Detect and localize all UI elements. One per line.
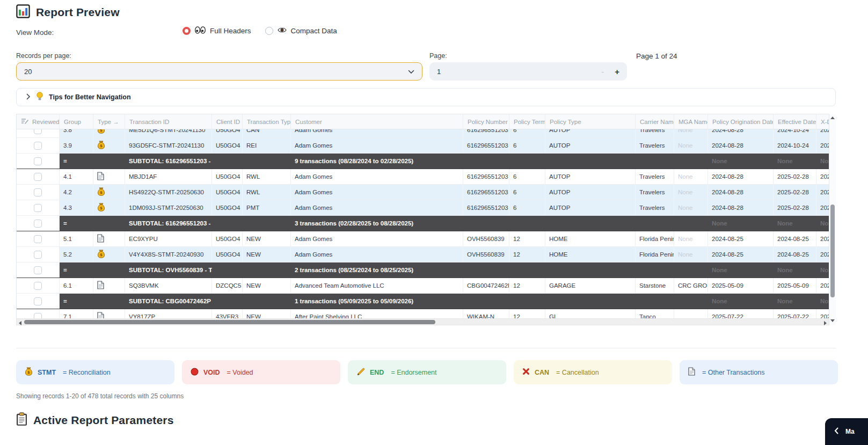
column-header-label: MGA Name: [679, 119, 708, 125]
cell-transaction-id: V4Y4X8S-STMT-20240930: [125, 247, 212, 262]
cell-customer: Adam Gomes: [291, 138, 463, 153]
column-header-transaction-id[interactable]: Transaction ID: [125, 114, 212, 129]
cell-carrier-name: Travelers: [636, 200, 674, 215]
reviewed-cell: [17, 278, 60, 293]
cell-transaction-id: 93GD5FC-STMT-20241130: [125, 138, 212, 153]
cell-customer: Adam Gomes: [291, 169, 463, 184]
column-header-client-id[interactable]: Client ID: [212, 114, 243, 129]
legend-code: STMT: [38, 369, 56, 376]
view-mode-full-headers-label: Full Headers: [210, 27, 251, 35]
scroll-down-icon[interactable]: [830, 319, 835, 322]
increment-button[interactable]: +: [615, 67, 619, 76]
horizontal-scrollbar[interactable]: [16, 318, 829, 325]
subtotal-cell-x-date: None: [816, 294, 829, 309]
cell-x-date: 202: [816, 169, 829, 184]
row-checkbox[interactable]: [34, 220, 42, 228]
column-header-mga-name[interactable]: MGA Name: [674, 114, 708, 129]
cell-mga-name: None: [674, 200, 708, 215]
row-checkbox[interactable]: [34, 142, 42, 150]
chevron-right-icon[interactable]: [26, 92, 31, 102]
cell-client-id: U50GO4: [212, 231, 243, 246]
row-checkbox[interactable]: [34, 266, 42, 274]
cell-customer: Adam Gomes: [291, 200, 463, 215]
subtotal-row: =SUBTOTAL: CBG00472462P - Term1 transact…: [17, 294, 829, 309]
document-icon: [97, 281, 104, 290]
cell-x-date: 202: [816, 138, 829, 153]
subtotal-cell-mga: [674, 262, 708, 278]
column-header-group[interactable]: Group: [60, 114, 93, 129]
scroll-left-icon[interactable]: [19, 321, 21, 325]
radio-unselected-icon[interactable]: [265, 27, 273, 35]
column-header-transaction-type[interactable]: Transaction Type: [243, 114, 291, 129]
subtotal-cell-policy-type: [545, 154, 636, 169]
column-header-label: Client ID: [216, 119, 240, 125]
cell-policy-type: AUTOP: [545, 200, 636, 215]
page-stepper: - +: [601, 67, 619, 76]
scroll-up-icon[interactable]: [830, 116, 835, 119]
legend-item-can: CAN= Cancellation: [514, 360, 672, 384]
scroll-right-icon[interactable]: [824, 321, 827, 325]
row-checkbox[interactable]: [34, 188, 42, 196]
cell-policy-number: 616296551203: [463, 200, 509, 215]
cell-mga-name: CRC GROUP: [674, 278, 708, 293]
table-row: 4.3$1DM093J-STMT-20250630U50GO4PMTAdam G…: [17, 200, 829, 216]
column-header-effective-date[interactable]: Effective Date: [774, 114, 816, 129]
horizontal-scrollbar-thumb[interactable]: [24, 320, 435, 324]
document-icon: [97, 234, 104, 244]
cell-type-icon: $: [93, 185, 125, 200]
column-header-policy-type[interactable]: Policy Type: [545, 114, 636, 129]
cell-policy-term: 6: [509, 138, 545, 153]
column-header-type[interactable]: Type →: [93, 114, 125, 129]
column-header-reviewed[interactable]: Reviewed: [17, 114, 60, 129]
tips-expander[interactable]: Tips for Better Navigation: [16, 88, 836, 106]
row-checkbox[interactable]: [34, 235, 42, 243]
row-checkbox[interactable]: [34, 204, 42, 212]
row-checkbox[interactable]: [34, 282, 42, 290]
page-number-value: 1: [437, 68, 441, 76]
cell-type-icon: $: [93, 138, 125, 153]
cell-policy-origination-date: 2024-08-28: [708, 129, 774, 137]
x-mark-icon: [522, 368, 530, 377]
collapse-panel-button[interactable]: Ma: [825, 418, 868, 445]
page-number-input[interactable]: 1 - +: [429, 62, 627, 81]
column-header-x-date[interactable]: X-Date: [816, 114, 829, 129]
subtotal-cell-group: =: [60, 154, 93, 169]
cell-transaction-id: MBJD1AF: [125, 169, 212, 184]
cell-x-date: 202: [816, 185, 829, 200]
view-mode-compact-data[interactable]: Compact Data: [265, 27, 337, 35]
checklist-icon: [21, 118, 29, 126]
subtotal-cell-subtotal-count: 3 transactions (02/28/2025 to 08/28/2025…: [291, 216, 463, 231]
cell-transaction-type: NEW: [243, 278, 291, 293]
subtotal-cell-transaction-type: [243, 216, 291, 231]
cell-policy-type: AUTOP: [545, 185, 636, 200]
cell-policy-origination-date: 2024-08-28: [708, 200, 774, 215]
row-checkbox[interactable]: [34, 173, 42, 181]
subtotal-row: =SUBTOTAL: OVH5560839 - Term2 transactio…: [17, 262, 829, 278]
moneybag-icon: $: [97, 141, 105, 150]
column-header-carrier-name[interactable]: Carrier Name: [636, 114, 674, 129]
subtotal-cell-subtotal-label: SUBTOTAL: CBG00472462P - Term: [125, 294, 212, 309]
cell-x-date: 202: [816, 200, 829, 215]
row-checkbox[interactable]: [34, 251, 42, 259]
page-title: Report Preview: [36, 6, 120, 19]
legend-item-other: = Other Transactions: [680, 360, 838, 384]
row-checkbox[interactable]: [34, 157, 42, 165]
column-header-customer[interactable]: Customer: [291, 114, 463, 129]
cell-mga-name: None: [674, 138, 708, 153]
decrement-button[interactable]: -: [601, 67, 604, 76]
column-header-policy-origination-date[interactable]: Policy Origination Date: [708, 114, 774, 129]
subtotal-cell-policy-term: [509, 154, 545, 169]
vertical-scrollbar[interactable]: [829, 114, 836, 325]
column-header-policy-number[interactable]: Policy Number: [463, 114, 509, 129]
records-per-page-select[interactable]: 20: [16, 62, 422, 81]
vertical-scrollbar-thumb[interactable]: [830, 205, 835, 297]
row-checkbox[interactable]: [34, 129, 42, 134]
cell-transaction-type: RWL: [243, 169, 291, 184]
subtotal-cell-subtotal-label: SUBTOTAL: 616296551203 - Term: [125, 154, 212, 169]
column-header-label: Policy Number: [468, 119, 508, 125]
column-header-policy-term[interactable]: Policy Term: [509, 114, 545, 129]
radio-selected-icon[interactable]: [183, 27, 191, 35]
subtotal-cell-client: [212, 154, 243, 169]
view-mode-full-headers[interactable]: Full Headers: [183, 26, 251, 35]
row-checkbox[interactable]: [34, 297, 42, 305]
